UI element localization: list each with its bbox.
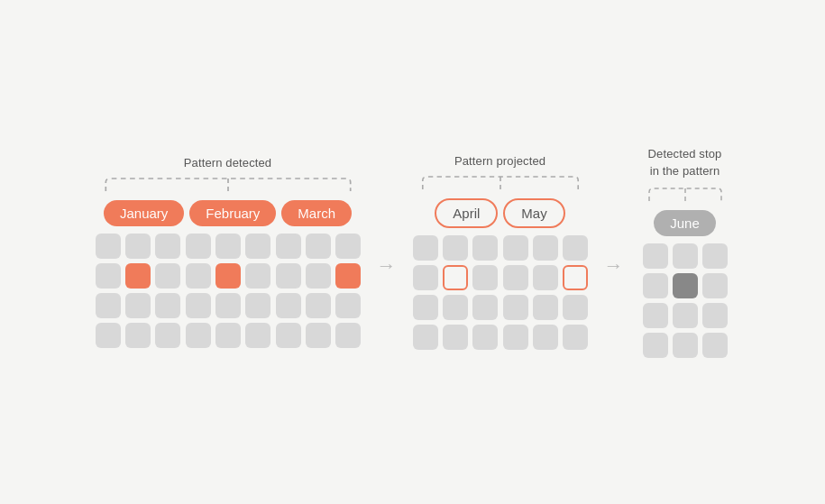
month-january: January: [104, 200, 184, 226]
section-stop: Detected stopin the pattern June: [640, 146, 730, 357]
stop-bracket: [640, 187, 730, 203]
cell: [563, 235, 588, 261]
cell: [155, 263, 180, 289]
cell: [533, 265, 558, 290]
month-february: February: [189, 200, 276, 226]
projected-grids: [413, 235, 588, 350]
cell: [186, 323, 211, 348]
detected-months-row: January February March: [104, 200, 352, 226]
grid-april: [413, 235, 498, 350]
cell: [533, 235, 558, 261]
cell: [186, 234, 211, 259]
cell: [186, 293, 211, 318]
cell: [673, 243, 698, 269]
stop-grids: [643, 243, 728, 358]
cell: [702, 243, 728, 269]
cell: [563, 295, 588, 320]
cell: [643, 243, 668, 269]
month-june: June: [654, 210, 716, 236]
cell: [276, 323, 301, 348]
cell: [276, 234, 301, 259]
cell-highlight: [215, 263, 241, 289]
cell: [443, 235, 468, 261]
cell: [472, 325, 498, 350]
cell: [335, 293, 361, 318]
cell-highlight: [563, 265, 588, 290]
cell: [125, 323, 151, 348]
cell: [96, 263, 121, 289]
cell: [702, 273, 728, 298]
cell: [503, 325, 528, 350]
detected-grids: [96, 234, 361, 348]
cell: [306, 323, 331, 348]
grid-march: [276, 234, 361, 348]
cell: [306, 234, 331, 259]
detected-bracket: [96, 177, 361, 193]
cell: [413, 325, 438, 350]
cell: [702, 333, 728, 358]
cell: [245, 293, 270, 318]
cell-highlight: [673, 273, 698, 298]
cell: [702, 303, 728, 328]
cell: [643, 273, 668, 298]
cell: [245, 263, 270, 289]
stop-months-row: June: [654, 210, 716, 236]
cell: [503, 295, 528, 320]
projected-months-row: April May: [435, 198, 564, 228]
stop-label: Detected stopin the pattern: [648, 146, 722, 179]
cell-highlight: [443, 265, 468, 290]
projected-bracket: [413, 175, 588, 191]
cell: [125, 293, 151, 318]
cell: [413, 235, 438, 261]
section-detected: Pattern detected January February March: [96, 156, 361, 348]
cell: [306, 293, 331, 318]
month-may: May: [503, 198, 564, 228]
cell: [155, 323, 180, 348]
cell: [643, 333, 668, 358]
cell: [413, 295, 438, 320]
cell: [155, 293, 180, 318]
cell: [673, 303, 698, 328]
cell: [215, 323, 241, 348]
cell: [472, 295, 498, 320]
cell: [215, 234, 241, 259]
section-projected: Pattern projected April May: [413, 154, 588, 350]
grid-january: [96, 234, 180, 348]
cell: [245, 323, 270, 348]
main-container: Pattern detected January February March: [96, 146, 730, 357]
cell: [673, 333, 698, 358]
cell: [96, 234, 121, 259]
cell: [125, 234, 151, 259]
arrow-2: →: [604, 254, 624, 278]
cell: [503, 265, 528, 290]
cell: [276, 263, 301, 289]
cell: [443, 295, 468, 320]
cell: [96, 323, 121, 348]
cell: [96, 293, 121, 318]
cell: [643, 303, 668, 328]
month-march: March: [281, 200, 352, 226]
cell: [503, 235, 528, 261]
grid-may: [503, 235, 588, 350]
cell: [413, 265, 438, 290]
cell-highlight: [125, 263, 151, 289]
cell: [186, 263, 211, 289]
cell: [472, 235, 498, 261]
cell: [443, 325, 468, 350]
detected-label: Pattern detected: [184, 156, 271, 170]
projected-label: Pattern projected: [454, 154, 545, 168]
cell: [563, 325, 588, 350]
cell: [533, 325, 558, 350]
cell: [245, 234, 270, 259]
cell: [472, 265, 498, 290]
cell: [533, 295, 558, 320]
cell: [335, 323, 361, 348]
arrow-1: →: [377, 254, 397, 278]
cell: [335, 234, 361, 259]
cell-highlight: [335, 263, 361, 289]
cell: [276, 293, 301, 318]
cell: [155, 234, 180, 259]
month-april: April: [435, 198, 498, 228]
grid-june: [643, 243, 728, 358]
cell: [306, 263, 331, 289]
